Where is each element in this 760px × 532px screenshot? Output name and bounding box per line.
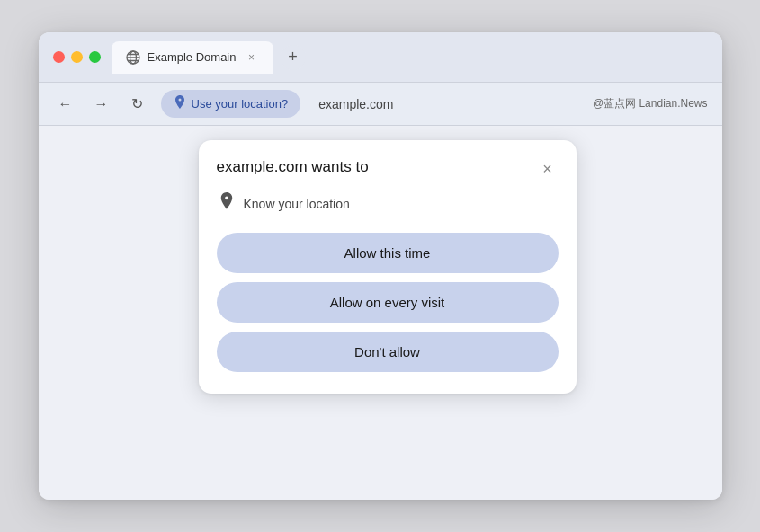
- url-display: example.com: [318, 97, 393, 111]
- browser-tab[interactable]: Example Domain ×: [112, 41, 273, 74]
- browser-window: Example Domain × + ← → ↻ Use your locati…: [39, 32, 722, 500]
- permission-item: Know your location: [217, 192, 559, 215]
- permission-popup: example.com wants to × Know your locatio…: [199, 140, 577, 394]
- allow-once-button[interactable]: Allow this time: [217, 233, 559, 273]
- location-pill-text: Use your location?: [192, 97, 289, 111]
- title-bar: Example Domain × +: [39, 32, 722, 83]
- url-attribution: @蓝点网 Landian.News: [593, 96, 708, 111]
- maximize-traffic-light[interactable]: [89, 51, 101, 63]
- traffic-lights: [53, 51, 101, 63]
- page-content: example.com wants to × Know your locatio…: [39, 126, 722, 500]
- new-tab-button[interactable]: +: [281, 45, 306, 70]
- tab-area: Example Domain × +: [112, 41, 708, 74]
- address-bar: ← → ↻ Use your location? example.com @蓝点…: [39, 83, 722, 126]
- popup-close-button[interactable]: ×: [537, 158, 559, 180]
- minimize-traffic-light[interactable]: [71, 51, 83, 63]
- location-permission-pill[interactable]: Use your location?: [161, 90, 301, 118]
- popup-title: example.com wants to: [217, 158, 369, 176]
- allow-always-button[interactable]: Allow on every visit: [217, 282, 559, 323]
- popup-header: example.com wants to ×: [217, 158, 559, 180]
- location-permission-icon: [219, 192, 235, 215]
- permission-description: Know your location: [244, 197, 350, 211]
- reload-button[interactable]: ↻: [125, 92, 150, 117]
- forward-button[interactable]: →: [89, 92, 114, 117]
- tab-title: Example Domain: [148, 50, 237, 64]
- globe-icon: [126, 50, 140, 65]
- back-button[interactable]: ←: [53, 92, 78, 117]
- close-traffic-light[interactable]: [53, 51, 65, 63]
- location-pin-icon: [174, 95, 186, 112]
- tab-close-button[interactable]: ×: [245, 50, 259, 65]
- deny-button[interactable]: Don't allow: [217, 332, 559, 372]
